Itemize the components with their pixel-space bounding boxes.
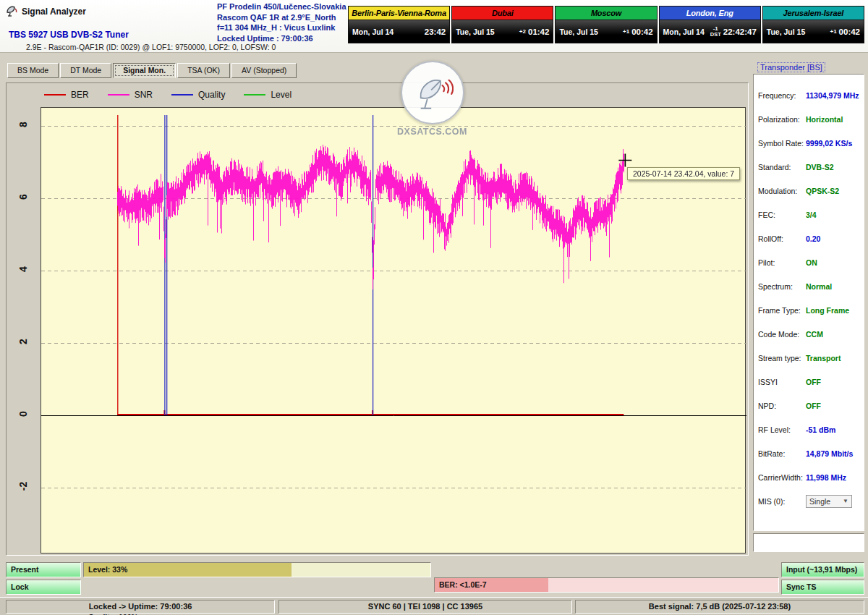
dxsatcs-logo: DXSATCS.COM xyxy=(391,61,474,137)
transponder-row: Standard:DVB-S2 xyxy=(754,155,864,179)
lock-indicator: Lock xyxy=(6,580,81,595)
transponder-row: Polarization:Horizontal xyxy=(754,107,864,131)
snr-line-swatch xyxy=(108,94,129,96)
statusbar-best-signal: Best signal: 7,5 dB (2025-07-12 23:58) xyxy=(575,600,864,614)
transponder-row: CarrierWidth:11,998 MHz xyxy=(754,465,864,489)
mis-row: MIS (0): Single ▼ xyxy=(754,489,864,513)
clock-time: 22:42:47 xyxy=(723,27,757,36)
transponder-row: FEC:3/4 xyxy=(754,203,864,226)
quality-line-swatch xyxy=(171,94,193,96)
tuner-name: TBS 5927 USB DVB-S2 Tuner xyxy=(9,30,129,40)
transponder-field-label: FEC: xyxy=(758,211,806,219)
mis-select[interactable]: Single ▼ xyxy=(806,495,852,508)
clock-date: Tue, Jul 15 xyxy=(767,27,806,36)
legend-item-quality: Quality xyxy=(171,90,225,100)
transponder-rows: Frequency:11304,979 MHzPolarization:Hori… xyxy=(754,83,864,489)
clock-city-label: Moscow xyxy=(556,7,656,20)
clock-time: 01:42 xyxy=(528,27,549,36)
statusbar-lock-uptime: Locked -> Uptime: 79:00:36 xyxy=(6,600,275,614)
legend-label: Level xyxy=(271,90,292,100)
transponder-field-label: RollOff: xyxy=(758,234,806,243)
legend-item-level: Level xyxy=(244,90,292,100)
legend-item-ber: BER xyxy=(44,90,89,100)
clock-time: 23:42 xyxy=(425,27,446,36)
transponder-field-label: ISSYI xyxy=(758,378,806,386)
transponder-field-value: Long Frame xyxy=(806,306,849,315)
clock-offset: -1DST xyxy=(708,26,723,38)
level-bar: Level: 33% xyxy=(83,562,431,577)
transponder-row: Frequency:11304,979 MHz xyxy=(754,83,864,107)
tab-dt-mode[interactable]: DT Mode xyxy=(60,63,111,78)
tab-bar: BS Mode DT Mode Signal Mon. TSA (OK) AV … xyxy=(7,63,297,78)
transponder-field-value: OFF xyxy=(806,402,821,410)
transponder-field-value: Horizontal xyxy=(806,115,843,124)
ber-bar-label: BER: <1.0E-7 xyxy=(439,580,487,589)
transponder-field-label: Symbol Rate: xyxy=(758,139,806,148)
clock-time: 00:42 xyxy=(839,27,860,36)
tab-signal-mon[interactable]: Signal Mon. xyxy=(113,63,176,78)
transponder-field-value: 3/4 xyxy=(806,211,817,219)
transponder-field-value: 9999,02 KS/s xyxy=(806,139,852,148)
transponder-field-value: Normal xyxy=(806,282,832,291)
ber-line-swatch xyxy=(44,94,66,96)
mis-selected-value: Single xyxy=(809,497,830,506)
transponder-field-label: Spectrum: xyxy=(758,282,806,291)
y-axis-tick-label: 6 xyxy=(17,187,29,206)
transponder-field-value: CCM xyxy=(806,330,823,339)
clock-city-label: London, Eng xyxy=(660,7,760,20)
clock-city-label: Jerusalem-Israel xyxy=(763,7,864,20)
y-axis-tick-label: -2 xyxy=(17,477,29,496)
clock-date: Mon, Jul 14 xyxy=(663,27,705,36)
transponder-field-label: NPD: xyxy=(758,402,806,410)
title-bar: Signal Analyzer PF Prodelin 450/Lučenec-… xyxy=(0,0,868,53)
legend-label: BER xyxy=(71,90,89,100)
site-info: PF Prodelin 450/Lučenec-Slovakia Rascom … xyxy=(217,1,346,43)
legend-item-snr: SNR xyxy=(108,90,153,100)
signal-analyzer-window: Signal Analyzer PF Prodelin 450/Lučenec-… xyxy=(0,0,868,615)
transponder-field-value: 11,998 MHz xyxy=(806,473,846,482)
world-clocks: Berlin-Paris-Vienna-Roma Mon, Jul 14 23:… xyxy=(348,6,864,43)
transponder-row: Frame Type:Long Frame xyxy=(754,298,864,322)
y-axis-tick-label: 2 xyxy=(17,332,29,351)
level-line-swatch xyxy=(244,94,265,96)
legend-label: SNR xyxy=(135,90,153,100)
transponder-row: Symbol Rate:9999,02 KS/s xyxy=(754,131,864,155)
transponder-field-label: Frequency: xyxy=(758,91,806,100)
clock-date: Tue, Jul 15 xyxy=(456,27,495,36)
site-line: Locked Uptime : 79:00:36 xyxy=(217,33,346,44)
transponder-field-value: 14,879 Mbit/s xyxy=(806,449,853,458)
transponder-field-value: DVB-S2 xyxy=(806,163,834,171)
transponder-row: Code Mode:CCM xyxy=(754,322,864,346)
transponder-field-value: Transport xyxy=(806,354,841,362)
tab-bs-mode[interactable]: BS Mode xyxy=(7,63,59,78)
transponder-row: Modulation:QPSK-S2 xyxy=(754,179,864,203)
present-indicator: Present xyxy=(6,562,81,577)
window-title: Signal Analyzer xyxy=(22,7,86,17)
chevron-down-icon: ▼ xyxy=(843,498,848,504)
clock-city-label: Dubai xyxy=(452,7,553,20)
y-axis-tick-label: 0 xyxy=(17,404,29,423)
transponder-field-label: Pilot: xyxy=(758,258,806,267)
tab-tsa[interactable]: TSA (OK) xyxy=(177,63,230,78)
transponder-field-label: Modulation: xyxy=(758,187,806,195)
transponder-field-value: 11304,979 MHz xyxy=(806,91,859,100)
chart-tooltip: 2025-07-14 23.42.04, value: 7 xyxy=(627,167,740,180)
transponder-field-label: Code Mode: xyxy=(758,330,806,339)
tab-av[interactable]: AV (Stopped) xyxy=(231,63,297,78)
clock-berlin: Berlin-Paris-Vienna-Roma Mon, Jul 14 23:… xyxy=(348,6,450,43)
clock-date: Tue, Jul 15 xyxy=(559,27,598,36)
side-empty-box xyxy=(753,533,864,552)
transponder-row: BitRate:14,879 Mbit/s xyxy=(754,441,864,465)
chart-legend: BER SNR Quality Level xyxy=(44,87,292,103)
ber-bar: BER: <1.0E-7 xyxy=(434,577,779,593)
clock-moscow: Moscow Tue, Jul 15 +1 00:42 xyxy=(555,6,657,43)
clock-body: Tue, Jul 15 +2 01:42 xyxy=(452,20,553,43)
transponder-field-label: Frame Type: xyxy=(758,306,806,315)
clock-london: London, Eng Mon, Jul 14 -1DST 22:42:47 xyxy=(659,6,761,43)
clock-body: Tue, Jul 15 +1 00:42 xyxy=(556,20,656,43)
chart-panel: BER SNR Quality Level 2025-07-14 23.42.0… xyxy=(6,82,749,556)
dxsatcs-logo-emblem xyxy=(401,61,464,124)
clock-jerusalem: Jerusalem-Israel Tue, Jul 15 +1 00:42 xyxy=(762,6,864,43)
clock-offset: +1 xyxy=(621,29,631,35)
transponder-row: Spectrum:Normal xyxy=(754,274,864,298)
